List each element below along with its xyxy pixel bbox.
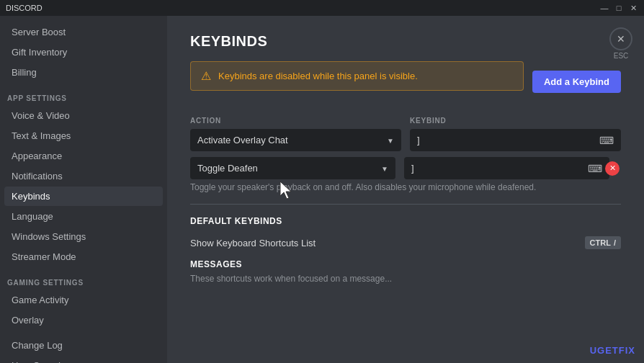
default-keybinds-title: DEFAULT KEYBINDS	[190, 216, 621, 226]
messages-section-title: MESSAGES	[190, 259, 621, 269]
sidebar-item-appearance[interactable]: Appearance	[4, 146, 163, 166]
sidebar-item-gift-inventory[interactable]: Gift Inventory	[4, 42, 163, 62]
watermark-accent: E	[605, 345, 612, 356]
sidebar-item-server-boost[interactable]: Server Boost	[4, 22, 163, 42]
gaming-settings-label: GAMING SETTINGS	[0, 267, 167, 290]
title-bar: DISCORD — □ ✕	[0, 0, 644, 16]
keybind-badge-1: CTRL /	[585, 236, 621, 249]
badge-ctrl: CTRL	[590, 238, 611, 247]
minimize-button[interactable]: —	[599, 3, 609, 13]
sidebar-item-text-images[interactable]: Text & Images	[4, 126, 163, 145]
warning-icon: ⚠	[201, 69, 211, 83]
esc-button[interactable]: ✕ ESC	[609, 27, 632, 60]
sidebar-item-change-log[interactable]: Change Log	[4, 336, 163, 355]
messages-description: These shortcuts work when focused on a m…	[190, 274, 621, 284]
action-column-label: ACTION	[190, 117, 401, 125]
add-keybind-button[interactable]: Add a Keybind	[532, 71, 621, 93]
watermark-prefix: UG	[590, 345, 606, 356]
sidebar-item-hypesquad[interactable]: HypeSquad	[4, 356, 163, 363]
app-settings-label: APP SETTINGS	[0, 83, 167, 105]
sidebar-item-language[interactable]: Language	[4, 207, 163, 226]
keybind-row-1: Activate Overlay Chat ▼ ⌨	[190, 129, 621, 151]
sidebar-item-streamer-mode[interactable]: Streamer Mode	[4, 247, 163, 266]
window-controls: — □ ✕	[599, 3, 638, 13]
default-keybind-row-1: Show Keyboard Shortcuts List CTRL /	[190, 236, 621, 249]
keybind-row-2: Toggle Deafen ▼ ⌨ ✕ Toggle your speaker'…	[190, 157, 621, 192]
app-title: DISCORD	[6, 4, 43, 12]
warning-banner: ⚠ Keybinds are disabled while this panel…	[190, 61, 524, 91]
app-container: Server Boost Gift Inventory Billing APP …	[0, 16, 644, 363]
keybind-inputs-2: Toggle Deafen ▼ ⌨ ✕	[190, 157, 609, 179]
keybind-input-wrapper-1: ⌨	[410, 129, 621, 151]
keybind-input-2[interactable]	[404, 157, 609, 179]
close-button[interactable]: ✕	[628, 3, 638, 13]
page-title: KEYBINDS	[190, 33, 621, 50]
keybind-column-label: KEYBIND	[410, 117, 621, 125]
warning-text: Keybinds are disabled while this panel i…	[218, 71, 418, 81]
sidebar-item-notifications[interactable]: Notifications	[4, 166, 163, 186]
restore-button[interactable]: □	[614, 3, 624, 13]
esc-label: ESC	[614, 52, 629, 60]
badge-slash: /	[614, 238, 616, 247]
section-divider	[190, 204, 621, 205]
keybind-header-row: ACTION KEYBIND	[190, 117, 621, 125]
banner-row: ⚠ Keybinds are disabled while this panel…	[190, 61, 621, 102]
sidebar-item-voice-video[interactable]: Voice & Video	[4, 106, 163, 125]
delete-keybind-button-2[interactable]: ✕	[605, 161, 620, 176]
action-select-wrapper-1: Activate Overlay Chat ▼	[190, 129, 401, 151]
keyboard-icon-2: ⌨	[588, 163, 602, 174]
sidebar-item-billing[interactable]: Billing	[4, 63, 163, 82]
action-select-wrapper-2: Toggle Deafen ▼	[190, 157, 395, 179]
sidebar-item-keybinds[interactable]: Keybinds	[4, 187, 163, 206]
watermark: UGETFIX	[590, 345, 635, 356]
watermark-suffix: TFIX	[612, 345, 635, 356]
keybind-description-2: Toggle your speaker's playback on and of…	[190, 182, 609, 192]
keybind-input-1[interactable]	[410, 129, 621, 151]
keybind-inputs-1: Activate Overlay Chat ▼ ⌨	[190, 129, 621, 151]
sidebar-item-windows-settings[interactable]: Windows Settings	[4, 227, 163, 246]
action-select-2[interactable]: Toggle Deafen	[190, 157, 395, 179]
default-keybind-label-1: Show Keyboard Shortcuts List	[190, 238, 316, 248]
content-area: ✕ ESC KEYBINDS ⚠ Keybinds are disabled w…	[167, 16, 644, 363]
esc-circle-icon[interactable]: ✕	[609, 27, 632, 50]
keybind-input-wrapper-2: ⌨	[404, 157, 609, 179]
keyboard-icon-1: ⌨	[599, 135, 614, 146]
sidebar-item-game-activity[interactable]: Game Activity	[4, 290, 163, 310]
sidebar-item-overlay[interactable]: Overlay	[4, 310, 163, 330]
action-select-1[interactable]: Activate Overlay Chat	[190, 129, 401, 151]
sidebar: Server Boost Gift Inventory Billing APP …	[0, 16, 167, 363]
